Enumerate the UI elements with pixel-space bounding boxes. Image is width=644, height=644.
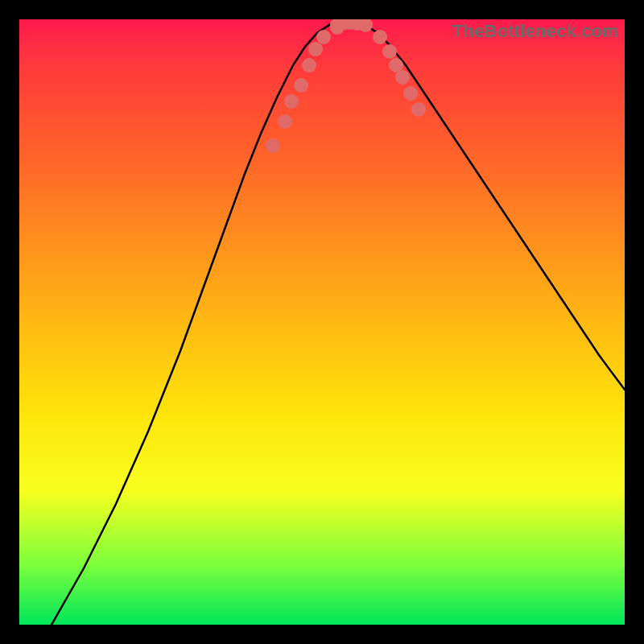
data-point xyxy=(294,78,308,93)
data-point xyxy=(403,86,418,101)
data-point xyxy=(382,44,397,59)
data-point xyxy=(373,30,387,44)
data-point xyxy=(266,138,280,153)
data-point xyxy=(358,19,373,32)
data-point xyxy=(302,58,316,72)
watermark-text: TheBottleneck.com xyxy=(452,21,618,42)
data-point xyxy=(395,70,410,85)
data-point xyxy=(284,94,299,109)
bottleneck-curve xyxy=(19,19,625,625)
data-point xyxy=(308,42,323,56)
data-point xyxy=(411,102,426,117)
data-point xyxy=(316,30,331,44)
data-point xyxy=(278,114,292,129)
chart-frame: TheBottleneck.com xyxy=(19,19,625,625)
